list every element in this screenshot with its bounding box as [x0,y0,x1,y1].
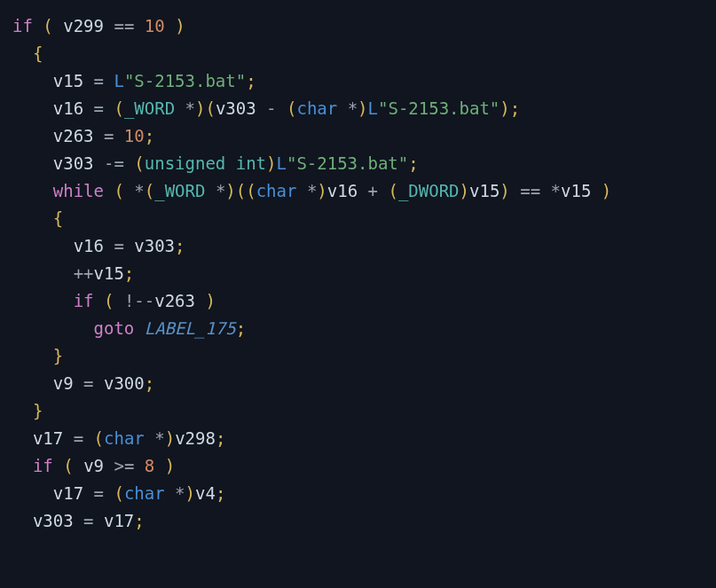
code-token [175,98,185,118]
code-token: v263 [154,291,205,310]
code-token: v16 [12,236,114,255]
code-line: if ( v9 >= 8 ) [12,456,175,475]
code-token [540,181,550,200]
code-token: ; [124,263,134,283]
code-token: if [74,291,94,310]
code-token [94,291,104,310]
code-token: L [114,71,123,90]
code-token: ( [287,98,296,118]
code-token: ) [165,456,175,475]
code-token [12,291,74,310]
code-token: ; [408,153,418,173]
code-line: if ( !--v263 ) [12,291,216,310]
code-line: v263 = 10; [12,126,154,145]
code-token: LABEL_175 [145,318,236,338]
code-token [165,483,175,503]
code-token [83,428,93,448]
code-token [12,43,33,63]
code-token: ( [134,153,144,173]
code-line: v303 = v17; [12,511,145,530]
code-token: = [94,71,104,90]
code-token [114,291,123,310]
code-token: ++ [74,263,94,283]
code-token: v298 [175,428,216,448]
code-token: ) [500,181,509,200]
code-token: = [83,511,93,530]
code-token: == [520,181,540,200]
code-token [104,483,114,503]
code-line: ++v15; [12,263,134,283]
code-token: "S-2153.bat" [124,71,246,90]
code-token: L [368,98,378,118]
code-token: ( [145,181,154,200]
code-token: _DWORD [398,181,460,200]
code-token [104,98,114,118]
code-token: v17 [12,428,74,448]
code-token: v303 [12,153,104,173]
code-token: v300 [94,373,145,393]
code-token: ); [500,98,520,118]
code-token: v15 [469,181,500,200]
code-token [134,456,144,475]
code-token: * [307,181,317,200]
code-token: _WORD [124,98,175,118]
code-token [12,456,33,475]
code-token: if [33,456,53,475]
code-token [145,428,154,448]
code-token: int [236,153,266,173]
code-token: ) [460,181,469,200]
code-token [337,98,347,118]
code-token: v17 [94,511,135,530]
code-token: ; [134,511,144,530]
code-token: v4 [195,483,216,503]
code-token: { [33,43,43,63]
code-token: ; [175,236,185,255]
code-token: v303 [216,98,266,118]
code-line: while ( *(_WORD *)((char *)v16 + (_DWORD… [12,181,611,200]
code-token: ( [114,181,123,200]
code-token: ( [63,456,73,475]
code-token: + [368,181,378,200]
code-token [205,181,215,200]
code-token: -= [104,153,124,173]
code-line: v17 = (char *)v298; [12,428,225,448]
code-token: = [114,236,123,255]
code-line: } [12,346,63,365]
code-token: * [134,181,144,200]
code-token: * [154,428,164,448]
code-token: v15 [561,181,602,200]
code-token: )( [195,98,216,118]
code-token: 8 [145,456,154,475]
code-token: char [256,181,297,200]
code-token: ) [165,428,175,448]
code-token: v299 [53,16,114,35]
code-line: if ( v299 == 10 ) [12,16,185,35]
code-token: v9 [12,373,83,393]
code-token [165,16,175,35]
code-token: !-- [124,291,154,310]
code-token: ) [266,153,276,173]
code-editor[interactable]: if ( v299 == 10 ) { v15 = L"S-2153.bat";… [0,0,716,547]
code-token: v303 [12,511,83,530]
code-token: * [185,98,195,118]
code-token [12,263,74,283]
code-token: char [104,428,145,448]
code-token: = [83,373,93,393]
code-token [154,456,164,475]
code-token [510,181,520,200]
code-token: while [53,181,104,200]
code-token: ( [94,428,104,448]
code-token: unsigned [145,153,226,173]
code-token: ) [317,181,327,200]
code-token [33,16,43,35]
code-token: )(( [225,181,256,200]
code-token: if [12,16,33,35]
code-token: v16 [12,98,94,118]
code-token: char [124,483,165,503]
code-token [277,98,287,118]
code-token: 10 [145,16,165,35]
code-token: ) [175,16,185,35]
code-token: "S-2153.bat" [378,98,500,118]
code-line: { [12,43,43,63]
code-line: v17 = (char *)v4; [12,483,225,503]
